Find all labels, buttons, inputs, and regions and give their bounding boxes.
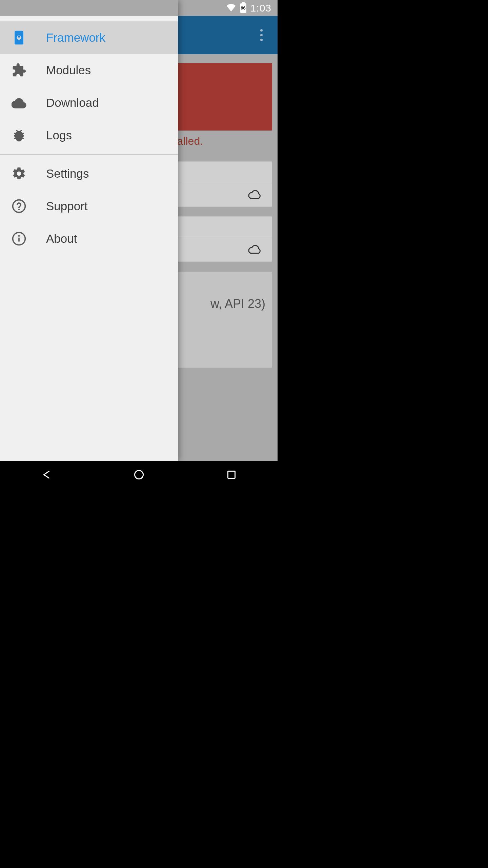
drawer-status-pad [0,0,178,16]
more-vert-icon [260,29,263,41]
nav-recent-button[interactable] [211,465,252,485]
nav-label: Settings [46,167,89,180]
cloud-icon [246,243,262,257]
cloud-icon [246,188,262,202]
nav-item-logs[interactable]: Logs [0,119,178,152]
square-icon [227,471,236,479]
puzzle-icon [11,62,27,78]
nav-back-button[interactable] [26,465,67,485]
android-nav-bar [0,461,278,488]
gear-icon [11,165,27,182]
status-clock: 1:03 [250,2,271,14]
circle-icon [134,470,144,479]
cloud-icon [11,95,27,111]
wifi-icon [226,3,236,13]
nav-home-button[interactable] [119,465,159,485]
nav-item-modules[interactable]: Modules [0,54,178,86]
overflow-menu-button[interactable] [251,16,271,54]
nav-label: Framework [46,31,105,44]
status-bar-right: 96 1:03 [226,0,271,16]
svg-point-2 [18,235,20,237]
battery-level: 96 [241,5,245,11]
nav-item-download[interactable]: Download [0,86,178,119]
nav-item-support[interactable]: Support [0,190,178,222]
nav-label: Modules [46,63,91,77]
nav-label: Download [46,96,99,110]
navigation-drawer: Framework Modules Download Logs Se [0,0,178,461]
nav-label: Support [46,199,88,213]
info-icon [11,231,27,247]
nav-label: Logs [46,129,72,142]
svg-rect-1 [18,237,20,242]
device-cog-icon [11,29,27,46]
svg-point-0 [18,209,20,210]
help-icon [11,198,27,214]
bug-icon [11,127,27,143]
battery-icon: 96 [240,3,246,13]
nav-label: About [46,232,77,245]
device-frame: nstalled. w, API 23) [0,0,278,488]
nav-divider [0,154,178,155]
nav-item-settings[interactable]: Settings [0,157,178,190]
nav-item-about[interactable]: About [0,222,178,255]
nav-item-framework[interactable]: Framework [0,21,178,54]
